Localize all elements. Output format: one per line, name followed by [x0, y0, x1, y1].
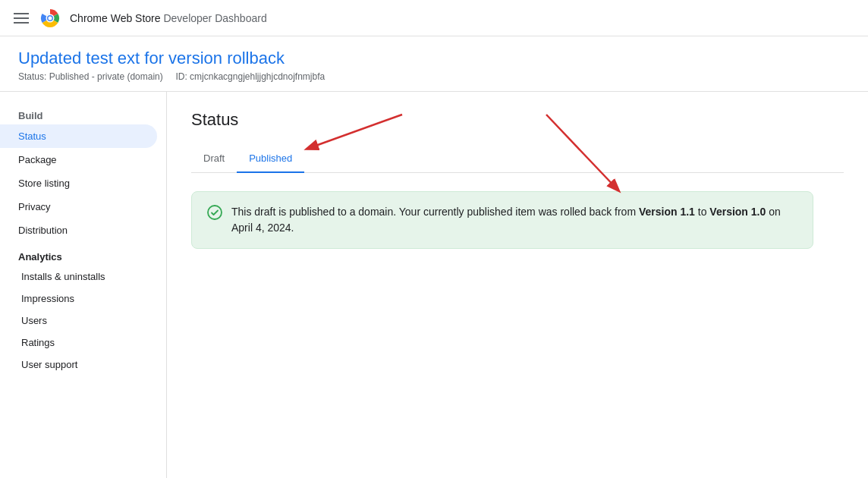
topbar: Chrome Web Store Developer Dashboard: [0, 0, 868, 36]
sidebar-item-package[interactable]: Package: [0, 148, 157, 171]
tab-published[interactable]: Published: [237, 145, 304, 173]
tab-draft[interactable]: Draft: [191, 145, 237, 173]
sidebar-item-privacy[interactable]: Privacy: [0, 195, 157, 219]
svg-point-4: [208, 206, 222, 219]
status-banner: This draft is published to a domain. You…: [191, 191, 813, 249]
sidebar: Build Status Package Store listing Priva…: [0, 92, 167, 478]
banner-message: This draft is published to a domain. You…: [231, 204, 797, 236]
build-section-label: Build: [0, 104, 166, 124]
main-content: Status Draft Published This draft is pub…: [167, 92, 868, 478]
sidebar-item-status[interactable]: Status: [0, 124, 157, 148]
sidebar-item-ratings[interactable]: Ratings: [0, 332, 166, 354]
chrome-logo: [39, 8, 61, 29]
page-header: Updated test ext for version rollback St…: [0, 36, 868, 92]
menu-icon[interactable]: [12, 9, 30, 27]
sidebar-item-store-listing[interactable]: Store listing: [0, 171, 157, 195]
status-section-title: Status: [191, 110, 844, 130]
svg-point-3: [49, 16, 52, 20]
sidebar-item-installs[interactable]: Installs & uninstalls: [0, 266, 166, 288]
analytics-section-label: Analytics: [0, 242, 166, 266]
main-layout: Build Status Package Store listing Priva…: [0, 92, 868, 478]
page-subtitle: Status: Published - private (domain) ID:…: [18, 71, 850, 82]
sidebar-item-users[interactable]: Users: [0, 310, 166, 332]
sidebar-item-distribution[interactable]: Distribution: [0, 219, 157, 242]
status-tabs: Draft Published: [191, 145, 844, 173]
topbar-title: Chrome Web Store Developer Dashboard: [70, 12, 267, 24]
sidebar-item-user-support[interactable]: User support: [0, 354, 166, 376]
page-title: Updated test ext for version rollback: [18, 49, 850, 68]
sidebar-item-impressions[interactable]: Impressions: [0, 288, 166, 310]
check-circle-icon: [207, 205, 222, 220]
